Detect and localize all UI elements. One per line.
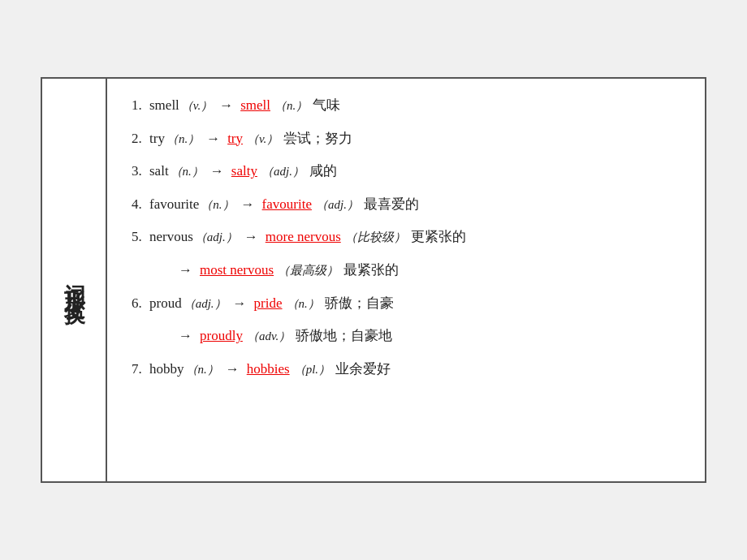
pos2: （最高级） — [278, 260, 339, 282]
row-number: 6. — [132, 291, 149, 317]
pos1: （n.） — [166, 128, 200, 150]
sidebar-title: 词形变换 — [59, 267, 89, 293]
answer-word: most nervous — [200, 258, 274, 283]
chinese-meaning: 咸的 — [309, 159, 337, 184]
pos2: （adv.） — [247, 325, 291, 347]
answer-word: favourite — [262, 192, 312, 218]
chinese-meaning: 更紧张的 — [411, 225, 466, 250]
pos1: （n.） — [171, 161, 204, 183]
row-number: 2. — [132, 127, 149, 152]
chinese-meaning: 最紧张的 — [343, 258, 399, 283]
table-row: 3. salt （n.）→salty （adj.）咸的 — [132, 159, 680, 184]
row-number: 3. — [132, 159, 149, 184]
row-number: 7. — [132, 357, 149, 382]
pos1: （n.） — [186, 359, 219, 381]
arrow-icon: → — [233, 291, 247, 317]
arrow-icon: → — [179, 324, 192, 349]
base-word: hobby — [149, 357, 184, 382]
answer-word: try — [227, 127, 243, 152]
pos2: （n.） — [287, 293, 320, 315]
chinese-meaning: 最喜爱的 — [364, 192, 419, 218]
table-row: 1. smell （v.）→smell （n.）气味 — [132, 93, 680, 118]
answer-word: pride — [254, 291, 283, 317]
pos2: （adj.） — [316, 194, 359, 216]
answer-word: smell — [240, 93, 270, 118]
pos1: （n.） — [201, 194, 234, 216]
arrow-icon: → — [219, 93, 233, 118]
base-word: favourite — [149, 192, 199, 218]
arrow-icon: → — [210, 159, 224, 184]
pos1: （adj.） — [184, 293, 227, 315]
content-area: 1. smell （v.）→smell （n.）气味2. try （n.）→tr… — [107, 79, 705, 481]
row-number: 4. — [132, 192, 149, 218]
base-word: try — [149, 127, 165, 152]
pos2: （v.） — [247, 128, 279, 150]
pos2: （adj.） — [261, 161, 304, 183]
base-word: salt — [149, 159, 169, 184]
answer-word: more nervous — [266, 225, 341, 250]
table-row: 6. proud （adj.）→pride （n.）骄傲；自豪 — [132, 291, 680, 317]
base-word: smell — [149, 93, 179, 118]
answer-word: proudly — [200, 324, 243, 349]
row-number: 1. — [132, 93, 149, 118]
base-word: proud — [149, 291, 182, 317]
table-row: 7. hobby （n.）→hobbies （pl.）业余爱好 — [132, 357, 680, 382]
sidebar: 词形变换 — [42, 79, 107, 481]
arrow-icon: → — [206, 127, 220, 152]
base-word: nervous — [149, 225, 193, 250]
arrow-icon: → — [179, 258, 192, 283]
arrow-icon: → — [244, 225, 258, 250]
table-row: 2. try （n.）→try （v.）尝试；努力 — [132, 127, 680, 152]
pos2: （比较级） — [345, 226, 406, 248]
table-row: 5. nervous （adj.）→more nervous （比较级）更紧张的 — [132, 225, 680, 250]
pos2: （n.） — [274, 95, 308, 117]
table-row: →most nervous （最高级）最紧张的 — [132, 258, 680, 283]
arrow-icon: → — [226, 357, 240, 382]
answer-word: salty — [231, 159, 257, 184]
table-row: 4. favourite （n.）→favourite （adj.）最喜爱的 — [132, 192, 680, 218]
pos1: （adj.） — [195, 226, 238, 248]
table-row: →proudly （adv.）骄傲地；自豪地 — [132, 324, 680, 349]
main-box: 词形变换 1. smell （v.）→smell （n.）气味2. try （n… — [41, 77, 706, 483]
pos2: （pl.） — [294, 359, 330, 381]
chinese-meaning: 尝试；努力 — [283, 127, 352, 152]
chinese-meaning: 气味 — [313, 93, 340, 118]
chinese-meaning: 骄傲地；自豪地 — [296, 324, 392, 349]
chinese-meaning: 骄傲；自豪 — [325, 291, 394, 317]
answer-word: hobbies — [247, 357, 290, 382]
chinese-meaning: 业余爱好 — [335, 357, 391, 382]
row-number: 5. — [132, 225, 149, 250]
pos1: （v.） — [181, 95, 213, 117]
arrow-icon: → — [241, 192, 255, 218]
